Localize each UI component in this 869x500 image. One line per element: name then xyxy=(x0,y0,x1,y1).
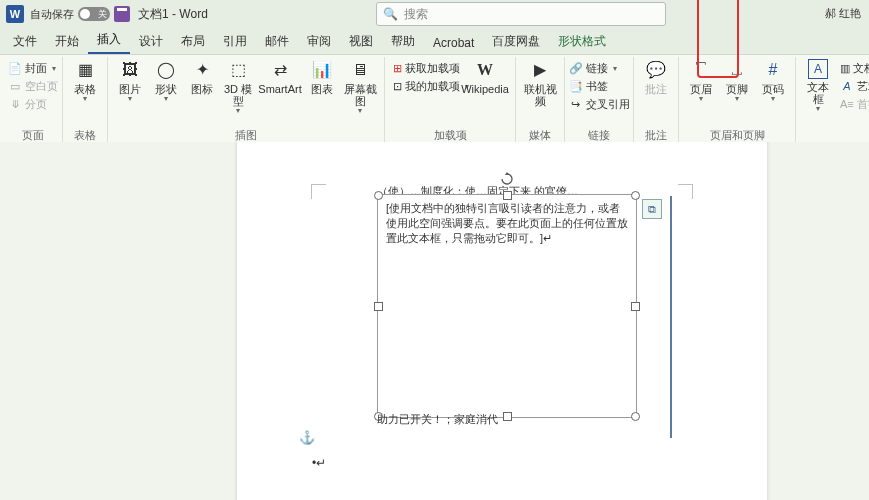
resize-handle[interactable] xyxy=(374,191,383,200)
tab-mailings[interactable]: 邮件 xyxy=(256,29,298,54)
cross-reference-button[interactable]: ↪交叉引用 xyxy=(565,95,634,113)
page-number-icon: # xyxy=(762,59,784,81)
link-icon: 🔗 xyxy=(569,61,583,75)
group-media: ▶联机视频 媒体 xyxy=(516,57,565,143)
smartart-button[interactable]: ⇄SmartArt xyxy=(256,57,304,95)
shapes-button[interactable]: ◯形状▾ xyxy=(148,57,184,103)
account-area[interactable]: 郝 红艳 xyxy=(825,6,861,21)
page-number-button[interactable]: #页码▾ xyxy=(755,57,791,103)
cube-icon: ⬚ xyxy=(227,59,249,81)
ribbon: 📄封面▾ ▭空白页 ⤋分页 页面 ▦表格▾ 表格 🖼图片▾ ◯形状▾ ✦图标 ⬚… xyxy=(0,55,869,144)
screenshot-button[interactable]: 🖥屏幕截图▾ xyxy=(340,57,380,115)
table-button[interactable]: ▦表格▾ xyxy=(67,57,103,103)
page-break-button[interactable]: ⤋分页 xyxy=(4,95,62,113)
header-icon: ⎴ xyxy=(690,59,712,81)
group-addins-label: 加载项 xyxy=(389,128,511,143)
obscured-text-bottom: 助力已开关！；家庭消代 xyxy=(377,412,635,427)
bookmark-button[interactable]: 📑书签 xyxy=(565,77,634,95)
group-text: A文本框▾ ▥文档部件▾ A艺术字▾ A≡首字下沉▾ ✎签名行▾ 📅日期和时间 … xyxy=(796,57,869,143)
chart-icon: 📊 xyxy=(311,59,333,81)
footer-button[interactable]: ⎵页脚▾ xyxy=(719,57,755,103)
group-illustrations: 🖼图片▾ ◯形状▾ ✦图标 ⬚3D 模型▾ ⇄SmartArt 📊图表 🖥屏幕截… xyxy=(108,57,385,143)
footer-icon: ⎵ xyxy=(726,59,748,81)
3d-models-button[interactable]: ⬚3D 模型▾ xyxy=(220,57,256,115)
resize-handle[interactable] xyxy=(503,191,512,200)
addin-icon: ⊡ xyxy=(393,79,402,93)
tab-references[interactable]: 引用 xyxy=(214,29,256,54)
group-pages: 📄封面▾ ▭空白页 ⤋分页 页面 xyxy=(4,57,63,143)
word-app-icon: W xyxy=(6,5,24,23)
resize-handle[interactable] xyxy=(631,302,640,311)
group-text-label: 文本 xyxy=(800,128,869,143)
comment-button[interactable]: 💬批注 xyxy=(638,57,674,95)
page: （使）…制度化；使…固定下来 的官僚… ⧉ [使用文档中的独特引言吸引读者的注意… xyxy=(237,142,767,500)
group-pages-label: 页面 xyxy=(8,128,58,143)
tab-help[interactable]: 帮助 xyxy=(382,29,424,54)
get-addins-button[interactable]: ⊞获取加载项 xyxy=(389,59,459,77)
autosave-label: 自动保存 xyxy=(30,7,74,22)
group-tables: ▦表格▾ 表格 xyxy=(63,57,108,143)
rotate-handle-icon[interactable] xyxy=(500,172,514,186)
tab-shape-format[interactable]: 形状格式 xyxy=(549,29,615,54)
document-title: 文档1 - Word xyxy=(138,6,208,23)
group-media-label: 媒体 xyxy=(520,128,560,143)
vertical-rule xyxy=(670,196,672,438)
quick-parts-icon: ▥ xyxy=(840,61,850,75)
tab-view[interactable]: 视图 xyxy=(340,29,382,54)
tab-insert[interactable]: 插入 xyxy=(88,27,130,54)
wikipedia-button[interactable]: WWikipedia xyxy=(459,57,511,95)
user-name: 郝 红艳 xyxy=(825,6,861,21)
bookmark-icon: 📑 xyxy=(569,79,583,93)
cover-page-icon: 📄 xyxy=(8,61,22,75)
page-break-icon: ⤋ xyxy=(8,97,22,111)
video-icon: ▶ xyxy=(529,59,551,81)
comment-icon: 💬 xyxy=(645,59,667,81)
drop-cap-button[interactable]: A≡首字下沉▾ xyxy=(836,95,869,113)
paragraph-mark: •↵ xyxy=(312,456,326,470)
cover-page-button[interactable]: 📄封面▾ xyxy=(4,59,62,77)
group-header-footer-label: 页眉和页脚 xyxy=(683,128,791,143)
tab-home[interactable]: 开始 xyxy=(46,29,88,54)
search-icon: 🔍 xyxy=(383,7,398,21)
tab-design[interactable]: 设计 xyxy=(130,29,172,54)
save-icon[interactable] xyxy=(114,6,130,22)
tab-baidu[interactable]: 百度网盘 xyxy=(483,29,549,54)
icons-icon: ✦ xyxy=(191,59,213,81)
my-addins-button[interactable]: ⊡我的加载项▾ xyxy=(389,77,459,95)
link-button[interactable]: 🔗链接▾ xyxy=(565,59,634,77)
layout-options-icon[interactable]: ⧉ xyxy=(642,199,662,219)
resize-handle[interactable] xyxy=(374,302,383,311)
text-box-selected[interactable]: ⧉ [使用文档中的独特引言吸引读者的注意力，或者使用此空间强调要点。要在此页面上… xyxy=(377,194,637,418)
wordart-button[interactable]: A艺术字▾ xyxy=(836,77,869,95)
resize-handle[interactable] xyxy=(631,191,640,200)
quick-parts-button[interactable]: ▥文档部件▾ xyxy=(836,59,869,77)
autosave-toggle[interactable]: 关 xyxy=(78,7,110,21)
tab-review[interactable]: 审阅 xyxy=(298,29,340,54)
group-illustrations-label: 插图 xyxy=(112,128,380,143)
text-box-icon: A xyxy=(808,59,828,79)
wordart-icon: A xyxy=(840,79,854,93)
group-comments-label: 批注 xyxy=(638,128,674,143)
margin-corner-tr xyxy=(678,184,693,199)
pictures-icon: 🖼 xyxy=(119,59,141,81)
icons-button[interactable]: ✦图标 xyxy=(184,57,220,95)
blank-page-button[interactable]: ▭空白页 xyxy=(4,77,62,95)
pictures-button[interactable]: 🖼图片▾ xyxy=(112,57,148,103)
tab-file[interactable]: 文件 xyxy=(4,29,46,54)
xref-icon: ↪ xyxy=(569,97,583,111)
group-links: 🔗链接▾ 📑书签 ↪交叉引用 链接 xyxy=(565,57,634,143)
text-box-button[interactable]: A文本框▾ xyxy=(800,57,836,113)
smartart-icon: ⇄ xyxy=(269,59,291,81)
tab-acrobat[interactable]: Acrobat xyxy=(424,32,483,54)
blank-page-icon: ▭ xyxy=(8,79,22,93)
header-button[interactable]: ⎴页眉▾ xyxy=(683,57,719,103)
chart-button[interactable]: 📊图表 xyxy=(304,57,340,95)
search-box[interactable]: 🔍 搜索 xyxy=(376,2,666,26)
ribbon-tabs: 文件 开始 插入 设计 布局 引用 邮件 审阅 视图 帮助 Acrobat 百度… xyxy=(0,28,869,55)
table-icon: ▦ xyxy=(74,59,96,81)
tab-layout[interactable]: 布局 xyxy=(172,29,214,54)
text-box-content[interactable]: [使用文档中的独特引言吸引读者的注意力，或者使用此空间强调要点。要在此页面上的任… xyxy=(378,195,636,252)
online-video-button[interactable]: ▶联机视频 xyxy=(520,57,560,107)
document-canvas[interactable]: （使）…制度化；使…固定下来 的官僚… ⧉ [使用文档中的独特引言吸引读者的注意… xyxy=(0,142,869,500)
wikipedia-icon: W xyxy=(474,59,496,81)
